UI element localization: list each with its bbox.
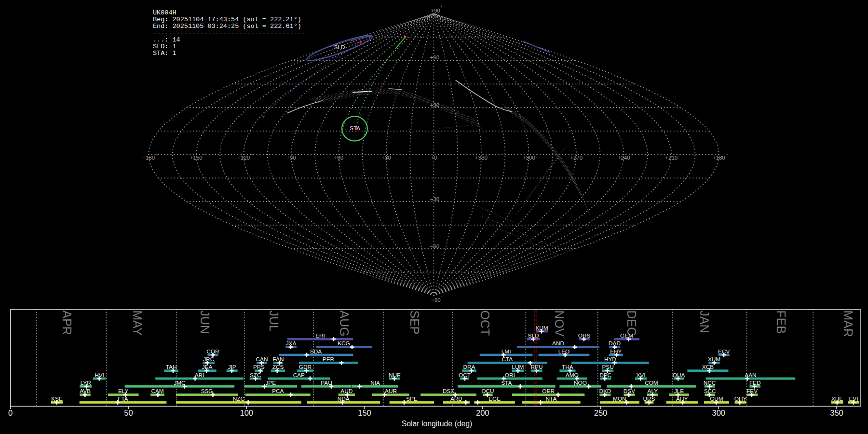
svg-text:ELY: ELY xyxy=(118,388,129,394)
svg-text:NTA: NTA xyxy=(546,395,557,402)
svg-text:DPC: DPC xyxy=(599,372,611,379)
svg-text:+30: +30 xyxy=(381,155,391,161)
svg-text:+330: +330 xyxy=(475,155,488,161)
svg-text:°: ° xyxy=(726,153,728,158)
svg-text:OCT: OCT xyxy=(478,311,492,336)
svg-text:350: 350 xyxy=(830,408,843,417)
svg-text:100: 100 xyxy=(240,408,253,417)
svg-text:250: 250 xyxy=(594,408,608,417)
svg-text:JMC: JMC xyxy=(174,380,186,386)
svg-text:°: ° xyxy=(297,153,299,158)
svg-text:PCA: PCA xyxy=(272,388,284,394)
svg-text:+0: +0 xyxy=(431,155,437,161)
svg-text:STA: STA xyxy=(350,125,360,131)
svg-text:SLD: 1: SLD: 1 xyxy=(153,43,176,50)
svg-text:Solar longitude (deg): Solar longitude (deg) xyxy=(402,420,473,428)
svg-text:+270: +270 xyxy=(570,155,583,161)
svg-text:LEO: LEO xyxy=(558,348,570,355)
svg-text:°: ° xyxy=(251,153,253,158)
svg-text:XCB: XCB xyxy=(702,364,714,370)
svg-text:MAY: MAY xyxy=(131,311,144,336)
svg-text:NOV: NOV xyxy=(553,311,566,337)
svg-text:DSX: DSX xyxy=(443,388,454,394)
svg-text:°: ° xyxy=(156,153,158,158)
svg-text:MON: MON xyxy=(613,395,626,402)
svg-text:°: ° xyxy=(631,153,633,158)
svg-text:OHY: OHY xyxy=(734,395,747,402)
svg-text:AUR: AUR xyxy=(385,388,397,394)
svg-text:EHY: EHY xyxy=(610,348,622,355)
svg-text:MAR: MAR xyxy=(841,311,855,338)
svg-text:SEP: SEP xyxy=(408,311,421,335)
svg-text:JLE: JLE xyxy=(674,388,684,394)
svg-text:JAN: JAN xyxy=(698,311,711,333)
svg-text:EGE: EGE xyxy=(488,395,501,402)
svg-text:°: ° xyxy=(441,5,443,10)
svg-text:NOO: NOO xyxy=(574,380,587,386)
svg-text:AUG: AUG xyxy=(338,311,351,337)
svg-text:KCG: KCG xyxy=(338,340,350,347)
svg-text:200: 200 xyxy=(476,408,489,417)
svg-text:+90: +90 xyxy=(286,155,296,161)
svg-text:PAU: PAU xyxy=(321,380,332,386)
svg-text:PER: PER xyxy=(323,356,334,363)
svg-text:°: ° xyxy=(392,153,394,158)
svg-text:+240: +240 xyxy=(618,155,630,161)
svg-text:SCC: SCC xyxy=(704,388,716,394)
svg-text:DRA: DRA xyxy=(463,364,475,370)
svg-text:°: ° xyxy=(678,153,680,158)
svg-text:JUL: JUL xyxy=(267,311,281,332)
svg-text:0: 0 xyxy=(8,408,13,417)
svg-text:AAN: AAN xyxy=(745,372,756,379)
svg-text:PPS: PPS xyxy=(253,364,265,370)
svg-text:COM: COM xyxy=(645,380,658,386)
svg-text:JUN: JUN xyxy=(198,311,212,334)
svg-text:OER: OER xyxy=(542,388,555,394)
svg-text:TAH: TAH xyxy=(166,364,177,370)
svg-text:SPE: SPE xyxy=(406,395,418,402)
svg-text:−90: −90 xyxy=(431,297,441,303)
svg-text:+180: +180 xyxy=(713,155,725,161)
svg-text:+60: +60 xyxy=(430,54,440,60)
svg-text:−60: −60 xyxy=(430,244,440,249)
svg-text:THA: THA xyxy=(562,364,573,370)
svg-text:−30: −30 xyxy=(430,196,440,202)
svg-text:+300: +300 xyxy=(523,155,535,161)
svg-text:FAN: FAN xyxy=(273,356,284,363)
svg-text:UK004H: UK004H xyxy=(153,9,176,16)
svg-text:ERI: ERI xyxy=(315,332,325,339)
svg-text:FEB: FEB xyxy=(774,311,788,334)
svg-text:+150: +150 xyxy=(190,155,203,161)
svg-text:STA: 1: STA: 1 xyxy=(153,50,176,57)
svg-text:ORI: ORI xyxy=(505,372,515,379)
svg-text:50: 50 xyxy=(124,408,133,417)
svg-text:SLD: SLD xyxy=(334,44,345,50)
svg-text:°: ° xyxy=(441,295,443,300)
svg-text:SDA: SDA xyxy=(310,348,322,355)
svg-text:+90: +90 xyxy=(431,8,440,14)
svg-text:GEM: GEM xyxy=(620,332,633,339)
svg-text:+180: +180 xyxy=(142,155,155,161)
svg-text:...: 14: ...: 14 xyxy=(153,36,180,43)
svg-text:JPE: JPE xyxy=(265,380,276,386)
svg-text:°: ° xyxy=(536,153,538,158)
svg-text:------------------------------: --------------------------------------- xyxy=(153,29,305,37)
svg-text:ARD: ARD xyxy=(450,395,462,402)
svg-text:NZC: NZC xyxy=(233,395,245,402)
svg-text:°: ° xyxy=(488,153,490,158)
svg-text:°: ° xyxy=(345,153,347,158)
svg-text:°: ° xyxy=(203,153,205,158)
svg-text:ARI: ARI xyxy=(195,372,204,379)
svg-text:End: 20251105 03:24:25 (sol =: End: 20251105 03:24:25 (sol = 222.61°) xyxy=(153,23,301,30)
svg-text:QUA: QUA xyxy=(673,372,685,379)
svg-text:+210: +210 xyxy=(665,155,678,161)
svg-text:LMI: LMI xyxy=(502,348,511,355)
svg-text:GDR: GDR xyxy=(299,364,312,370)
svg-text:CAP: CAP xyxy=(293,372,305,379)
svg-text:APR: APR xyxy=(60,311,74,335)
svg-text:+120: +120 xyxy=(237,155,250,161)
svg-text:NIA: NIA xyxy=(370,380,380,386)
svg-text:°: ° xyxy=(440,153,442,158)
svg-text:+60: +60 xyxy=(334,155,344,161)
svg-text:FTA: FTA xyxy=(118,395,128,402)
